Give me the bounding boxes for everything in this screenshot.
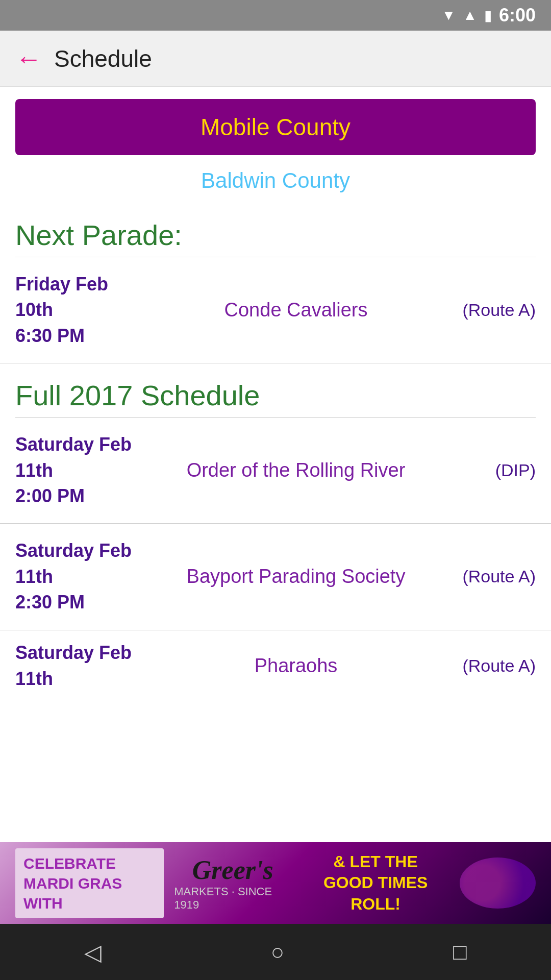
tab-baldwin-county-label: Baldwin County <box>201 168 350 192</box>
schedule-row-3-route: (Route A) <box>444 656 536 676</box>
nav-back-button[interactable]: ◁ <box>54 932 132 972</box>
ad-right-text: & LET THEGOOD TIMES ROLL! <box>302 851 449 915</box>
schedule-row-1-name: Order of the Rolling River <box>153 457 439 484</box>
schedule-row-1[interactable]: Saturday Feb 11th 2:00 PM Order of the R… <box>0 418 551 524</box>
schedule-row-1-route: (DIP) <box>444 460 536 480</box>
signal-icon: ▲ <box>463 7 477 23</box>
ad-logo: Greer's <box>192 855 273 885</box>
tab-mobile-county[interactable]: Mobile County <box>15 99 536 155</box>
next-parade-route: (Route A) <box>444 300 536 320</box>
ad-beads-decoration <box>460 857 536 909</box>
schedule-row-2-route: (Route A) <box>444 567 536 586</box>
schedule-row-3[interactable]: Saturday Feb 11th Pharaohs (Route A) <box>0 630 551 702</box>
ad-left-text: CELEBRATEMARDI GRAS WITH <box>15 848 164 918</box>
page-title: Schedule <box>54 45 152 72</box>
ad-subtext: MARKETS · SINCE 1919 <box>174 885 291 912</box>
schedule-row-3-date: Saturday Feb 11th <box>15 640 148 692</box>
tab-baldwin-county[interactable]: Baldwin County <box>15 163 536 198</box>
nav-recent-button[interactable]: □ <box>422 932 497 972</box>
next-parade-name: Conde Cavaliers <box>153 297 439 324</box>
status-bar: ▼ ▲ ▮ 6:00 <box>0 0 551 31</box>
schedule-row-2-date: Saturday Feb 11th 2:30 PM <box>15 538 148 615</box>
next-parade-row[interactable]: Friday Feb 10th 6:30 PM Conde Cavaliers … <box>0 257 551 363</box>
back-button[interactable]: ← <box>15 45 42 72</box>
schedule-row-1-date: Saturday Feb 11th 2:00 PM <box>15 432 148 509</box>
next-parade-heading: Next Parade: <box>0 203 551 257</box>
schedule-row-2-name: Bayport Parading Society <box>153 563 439 590</box>
full-schedule-heading: Full 2017 Schedule <box>0 363 551 417</box>
nav-bar: ◁ ○ □ <box>0 924 551 980</box>
status-icons: ▼ ▲ ▮ 6:00 <box>442 5 536 26</box>
app-bar: ← Schedule <box>0 31 551 87</box>
wifi-icon: ▼ <box>442 7 456 23</box>
next-parade-date: Friday Feb 10th 6:30 PM <box>15 272 148 349</box>
battery-icon: ▮ <box>484 7 492 24</box>
main-content: Mobile County Baldwin County Next Parade… <box>0 87 551 924</box>
ad-banner: CELEBRATEMARDI GRAS WITH Greer's MARKETS… <box>0 842 551 924</box>
status-time: 6:00 <box>499 5 536 26</box>
ad-center: Greer's MARKETS · SINCE 1919 <box>174 855 291 912</box>
tab-container: Mobile County Baldwin County <box>0 87 551 203</box>
tab-mobile-county-label: Mobile County <box>201 114 350 140</box>
schedule-row-3-name: Pharaohs <box>153 652 439 679</box>
nav-home-button[interactable]: ○ <box>240 932 315 972</box>
schedule-row-2[interactable]: Saturday Feb 11th 2:30 PM Bayport Paradi… <box>0 524 551 630</box>
